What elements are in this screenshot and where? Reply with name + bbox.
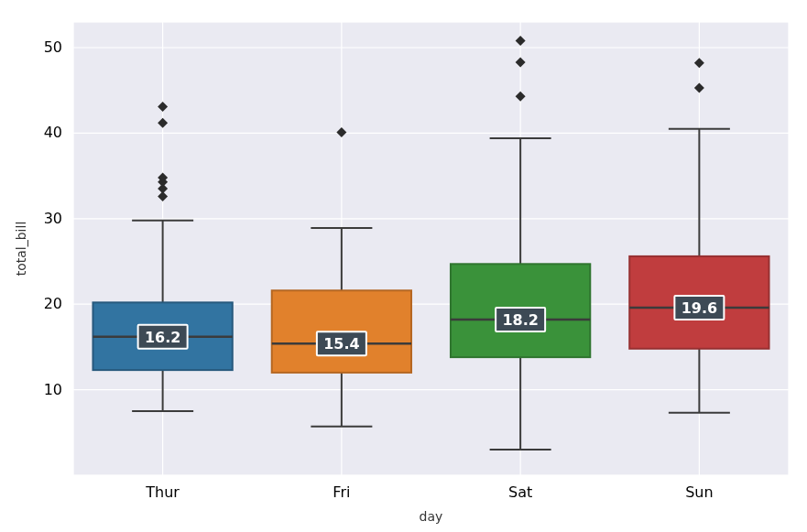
plot-area <box>73 22 789 475</box>
box-plot-chart: 102030405016.2Thur15.4Fri18.2Sat19.6Sund… <box>0 0 807 532</box>
y-axis-label: total_bill <box>14 222 28 277</box>
median-annotation-label: 16.2 <box>145 329 180 346</box>
median-annotation-label: 18.2 <box>502 311 538 329</box>
x-tick-label: Thur <box>145 483 180 501</box>
median-annotation-label: 15.4 <box>323 335 359 353</box>
y-tick-label: 50 <box>44 38 62 56</box>
x-axis-label: day <box>420 509 443 524</box>
x-tick-label: Sat <box>508 483 532 501</box>
y-tick-label: 10 <box>44 381 62 398</box>
y-tick-label: 30 <box>44 210 62 227</box>
x-tick-label: Sun <box>685 483 713 501</box>
x-tick-label: Fri <box>333 483 350 501</box>
y-tick-label: 20 <box>44 295 62 312</box>
median-annotation-label: 19.6 <box>682 299 717 317</box>
y-tick-label: 40 <box>44 124 62 141</box>
